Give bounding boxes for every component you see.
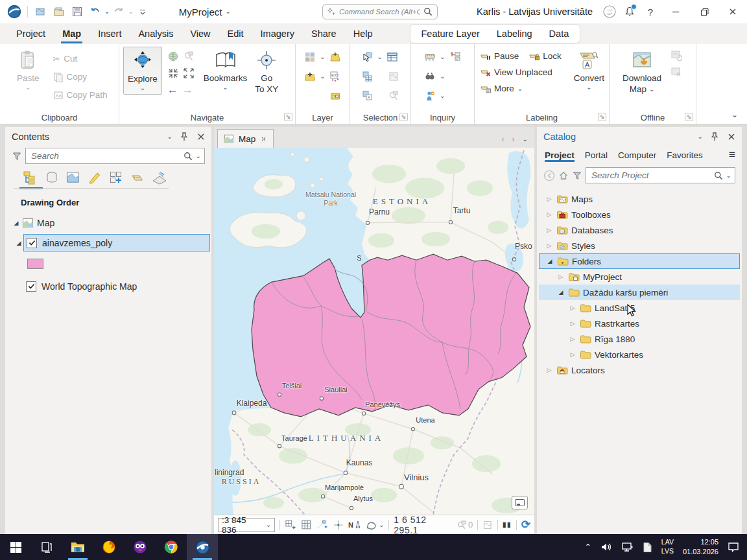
attribution-button[interactable] [512, 496, 528, 509]
remove-map-icon[interactable] [670, 66, 682, 78]
infographics-icon[interactable] [449, 51, 461, 63]
start-button[interactable] [0, 534, 31, 560]
list-by-snapping-icon[interactable] [109, 170, 123, 185]
clear-selection-icon[interactable] [362, 90, 374, 102]
task-view-button[interactable] [31, 534, 62, 560]
new-project-icon[interactable] [32, 3, 49, 20]
open-project-icon[interactable] [51, 3, 67, 20]
tab-analysis[interactable]: Analysis [130, 23, 182, 44]
catalog-item-myproject[interactable]: ▷ MyProject [539, 269, 740, 285]
account-name[interactable]: Karlis - Latvijas Universitāte [477, 6, 593, 17]
offline-launcher-icon[interactable]: ⇘ [685, 113, 693, 121]
command-search-input[interactable] [339, 8, 420, 16]
minimize-button[interactable] [661, 0, 690, 23]
layer-symbol-row[interactable] [5, 255, 211, 272]
catalog-search-input[interactable] [591, 170, 711, 180]
catalog-tab-favorites[interactable]: Favorites [667, 146, 703, 163]
catalog-tab-project[interactable]: Project [545, 146, 575, 163]
home-icon[interactable] [558, 170, 569, 181]
snap-icon[interactable] [316, 519, 328, 531]
selected-features-count[interactable]: 0 [456, 520, 473, 530]
layer-row-map[interactable]: ◢ Map [5, 214, 211, 231]
catalog-item-dazadu-karsu-piemeri[interactable]: ◢ Dažādu karšu piemēri [539, 285, 740, 300]
select-indicator-icon[interactable] [482, 520, 493, 530]
select-by-attributes-icon[interactable] [362, 71, 374, 82]
clock[interactable]: 12:05 01.03.2026 [683, 537, 718, 557]
contents-chevron-icon[interactable]: ⌄ [167, 134, 172, 140]
previous-extent-icon[interactable]: ← [167, 84, 178, 97]
layer-row-world-topographic-map[interactable]: World Topographic Map [5, 277, 211, 295]
language-indicator[interactable]: LAV LVS [661, 538, 674, 555]
lock-labels-button[interactable]: Lock [527, 48, 563, 64]
collapsed-triangle-icon[interactable]: ▷ [569, 336, 576, 342]
tab-project[interactable]: Project [8, 23, 54, 44]
catalog-item-folders[interactable]: ◢ Folders [539, 253, 740, 269]
arcgis-pro-taskbar-icon[interactable] [187, 534, 218, 560]
restore-button[interactable] [690, 0, 718, 23]
paste-button[interactable]: Paste ⌄ [14, 47, 42, 92]
close-tab-icon[interactable] [260, 135, 267, 143]
undo-dropdown-chevron-icon[interactable]: ⌄ [104, 8, 110, 15]
view-unplaced-button[interactable]: View Unplaced [479, 64, 563, 80]
previous-view-chevron-icon[interactable]: ‹ [502, 135, 504, 144]
chrome-icon[interactable] [156, 534, 187, 560]
catalog-chevron-icon[interactable]: ⌄ [698, 134, 703, 140]
filter-icon[interactable] [572, 170, 582, 181]
document-tray-icon[interactable] [643, 542, 652, 553]
redo-dropdown-chevron-icon[interactable]: ⌄ [128, 8, 133, 15]
catalog-item-riga-1880[interactable]: ▷ Rīga 1880 [539, 331, 740, 347]
more-labeling-button[interactable]: More ⌄ [479, 80, 563, 97]
download-map-button[interactable]: Download Map ⌄ [620, 47, 664, 97]
contents-search-input[interactable] [31, 151, 180, 161]
collapsed-triangle-icon[interactable]: ▷ [545, 196, 553, 202]
project-title[interactable]: MyProject ⌄ [179, 6, 231, 18]
next-extent-icon[interactable]: → [182, 84, 193, 97]
tab-list-chevron-icon[interactable]: ⌄ [523, 136, 528, 143]
explore-button[interactable]: Explore ⌄ [123, 47, 162, 95]
layer-checkbox[interactable] [27, 238, 37, 248]
collapsed-triangle-icon[interactable]: ▷ [545, 211, 553, 218]
search-chevron-icon[interactable]: ⌄ [196, 153, 201, 159]
full-extent-icon[interactable] [167, 51, 179, 62]
tab-share[interactable]: Share [303, 23, 345, 44]
layer-row-ainavzemes-poly[interactable]: ainavzemes_poly [23, 234, 210, 251]
hidden-icons-chevron-icon[interactable]: ⌃ [585, 542, 591, 552]
catalog-item-landsat-5[interactable]: ▷ LandSat-5 [539, 300, 740, 316]
search-chevron-icon[interactable]: ⌄ [726, 172, 731, 179]
catalog-tab-computer[interactable]: Computer [618, 146, 656, 163]
list-by-editing-icon[interactable] [88, 170, 102, 185]
collapsed-triangle-icon[interactable]: ▷ [557, 274, 565, 280]
zoom-to-selected-icon[interactable] [388, 90, 399, 102]
directions-icon[interactable] [424, 90, 436, 102]
close-pane-icon[interactable] [726, 132, 737, 142]
catalog-item-databases[interactable]: ▷ Databases [539, 222, 740, 238]
polygon-symbol-swatch[interactable] [27, 259, 43, 269]
pause-drawing-button[interactable]: ▮▮ [503, 520, 512, 529]
select-by-location-icon[interactable] [388, 71, 399, 82]
network-icon[interactable] [621, 542, 634, 552]
list-by-charts-icon[interactable] [152, 170, 167, 185]
avatar[interactable] [600, 3, 619, 20]
labeling-launcher-icon[interactable]: ⇘ [598, 113, 606, 121]
undo-button[interactable] [87, 3, 104, 20]
next-view-chevron-icon[interactable]: › [512, 135, 515, 144]
customize-quick-access-icon[interactable] [134, 3, 151, 20]
add-grid-icon[interactable] [285, 519, 296, 531]
convert-labels-button[interactable]: A Convert ⌄ [571, 47, 607, 92]
catalog-menu-icon[interactable]: ≡ [729, 148, 735, 161]
copy-button[interactable]: Copy [51, 69, 110, 85]
ribbon-collapse-chevron-icon[interactable]: ⌄ [731, 111, 738, 119]
add-data-icon[interactable] [304, 71, 316, 82]
layer-checkbox[interactable] [26, 281, 36, 292]
add-graphics-layer-icon[interactable] [329, 90, 341, 102]
tab-imagery[interactable]: Imagery [252, 23, 303, 44]
command-search-box[interactable] [322, 4, 438, 19]
collapsed-triangle-icon[interactable]: ▷ [545, 227, 553, 233]
catalog-item-rastrkartes[interactable]: ▷ Rastrkartes [539, 316, 740, 331]
map-canvas[interactable]: ESTONIA LITHUANIA RUSSIA Matsalu Nationa… [214, 148, 534, 515]
fixed-zoom-out-icon[interactable] [183, 67, 195, 79]
sync-map-icon[interactable] [670, 49, 682, 61]
collapsed-triangle-icon[interactable]: ▷ [545, 367, 553, 373]
collapsed-triangle-icon[interactable]: ▷ [569, 320, 576, 327]
redo-button[interactable] [110, 3, 127, 20]
